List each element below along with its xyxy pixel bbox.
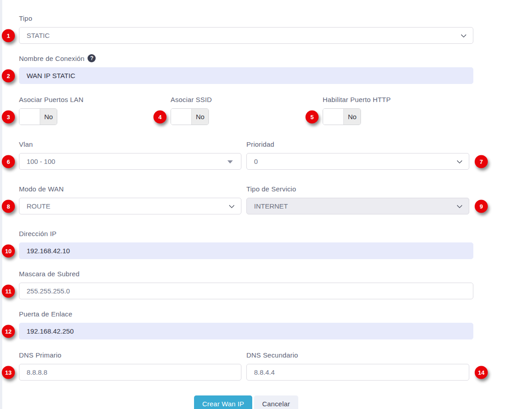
- step-badge-1: 1: [2, 29, 15, 42]
- dns-secundario-input[interactable]: [246, 364, 469, 381]
- toggle-state-label: No: [192, 109, 208, 125]
- nombre-conexion-input[interactable]: [19, 67, 473, 84]
- field-dns-primario: DNS Primario 13: [19, 351, 241, 381]
- nombre-conexion-label: Nombre de Conexión: [19, 55, 84, 62]
- field-nombre-conexion: Nombre de Conexión ? 2: [19, 55, 473, 84]
- field-vlan: Vlan 6 100 - 100: [19, 140, 241, 170]
- toggle-knob: [171, 109, 192, 125]
- step-badge-2: 2: [2, 69, 15, 82]
- puerta-enlace-input[interactable]: [19, 323, 473, 339]
- step-badge-3: 3: [2, 110, 15, 123]
- modo-servicio-row: Modo de WAN 8 ROUTE Tipo de Servicio 9 I…: [19, 185, 473, 214]
- cancelar-button[interactable]: Cancelar: [254, 395, 298, 409]
- field-puerta-enlace: Puerta de Enlace 12: [19, 310, 473, 339]
- vlan-prioridad-row: Vlan 6 100 - 100 Prioridad 7 0: [19, 140, 473, 170]
- step-badge-5: 5: [305, 110, 319, 123]
- help-icon[interactable]: ?: [88, 54, 96, 62]
- field-asociar-ssid: Asociar SSID 4 No: [171, 96, 323, 125]
- field-mascara-subred: Mascara de Subred 11: [19, 270, 473, 299]
- tipo-select-value: STATIC: [27, 32, 50, 39]
- form-actions: Crear Wan IP Cancelar: [19, 395, 473, 409]
- field-dns-secundario: DNS Secundario 14: [246, 351, 469, 381]
- step-badge-4: 4: [153, 110, 167, 123]
- mascara-subred-input[interactable]: [19, 283, 473, 299]
- field-prioridad: Prioridad 7 0: [246, 140, 469, 170]
- asociar-ssid-toggle[interactable]: No: [171, 108, 209, 125]
- step-badge-6: 6: [2, 155, 15, 168]
- triangle-down-icon: [227, 160, 233, 163]
- tipo-select[interactable]: STATIC: [19, 27, 473, 44]
- vlan-select[interactable]: 100 - 100: [19, 153, 241, 170]
- toggle-state-label: No: [344, 109, 361, 125]
- prioridad-select-value: 0: [254, 158, 258, 165]
- tipo-label: Tipo: [19, 14, 32, 22]
- chevron-down-icon: [457, 158, 463, 163]
- modo-wan-label: Modo de WAN: [19, 185, 64, 193]
- field-tipo-servicio: Tipo de Servicio 9 INTERNET: [246, 185, 469, 214]
- toggle-knob: [323, 109, 344, 125]
- toggle-knob: [19, 109, 40, 125]
- chevron-down-icon: [461, 32, 467, 37]
- tipo-servicio-label: Tipo de Servicio: [246, 185, 296, 193]
- toggles-row: Asociar Puertos LAN 3 No Asociar SSID 4 …: [19, 96, 473, 125]
- prioridad-label: Prioridad: [246, 140, 274, 148]
- field-direccion-ip: Dirección IP 10: [19, 230, 473, 259]
- prioridad-select[interactable]: 0: [246, 153, 469, 170]
- direccion-ip-label: Dirección IP: [19, 230, 56, 237]
- habilitar-http-toggle[interactable]: No: [323, 108, 361, 125]
- modo-wan-select-value: ROUTE: [27, 202, 51, 210]
- asociar-lan-label: Asociar Puertos LAN: [19, 96, 83, 103]
- puerta-enlace-label: Puerta de Enlace: [19, 310, 72, 318]
- direccion-ip-input[interactable]: [19, 242, 473, 259]
- chevron-down-icon: [229, 202, 235, 208]
- dns-primario-input[interactable]: [19, 364, 241, 381]
- mascara-subred-label: Mascara de Subred: [19, 270, 79, 278]
- field-modo-wan: Modo de WAN 8 ROUTE: [19, 185, 241, 214]
- tipo-servicio-select-value: INTERNET: [254, 202, 288, 210]
- modo-wan-select[interactable]: ROUTE: [19, 198, 241, 214]
- step-badge-7: 7: [475, 155, 488, 168]
- step-badge-11: 11: [2, 284, 15, 297]
- step-badge-13: 13: [2, 366, 15, 379]
- chevron-down-icon: [457, 202, 463, 208]
- step-badge-9: 9: [475, 200, 488, 213]
- tipo-servicio-select: INTERNET: [246, 198, 469, 214]
- wan-config-form: Tipo 1 STATIC Nombre de Conexión ? 2 Aso…: [0, 0, 473, 409]
- dns-row: DNS Primario 13 DNS Secundario 14: [19, 351, 473, 381]
- asociar-lan-toggle[interactable]: No: [19, 108, 57, 125]
- field-asociar-lan: Asociar Puertos LAN 3 No: [19, 96, 171, 125]
- habilitar-http-label: Habilitar Puerto HTTP: [323, 96, 391, 103]
- crear-wan-ip-button[interactable]: Crear Wan IP: [194, 395, 252, 409]
- step-badge-8: 8: [2, 200, 15, 213]
- step-badge-12: 12: [2, 325, 15, 338]
- asociar-ssid-label: Asociar SSID: [171, 96, 212, 103]
- vlan-select-value: 100 - 100: [27, 158, 55, 165]
- field-habilitar-http: Habilitar Puerto HTTP 5 No: [323, 96, 473, 125]
- dns-primario-label: DNS Primario: [19, 351, 61, 359]
- vlan-label: Vlan: [19, 140, 33, 148]
- step-badge-14: 14: [475, 366, 488, 379]
- toggle-state-label: No: [40, 109, 57, 125]
- field-tipo: Tipo 1 STATIC: [19, 14, 473, 44]
- step-badge-10: 10: [2, 244, 15, 257]
- dns-secundario-label: DNS Secundario: [246, 351, 298, 359]
